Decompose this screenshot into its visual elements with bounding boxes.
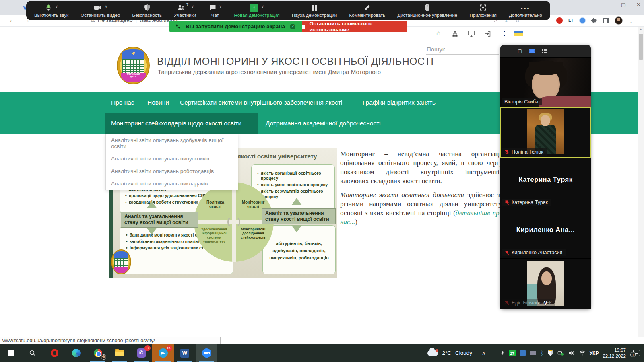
scroll-up-icon[interactable]: ▲ xyxy=(639,27,642,31)
chevron-down-icon[interactable]: ∨ xyxy=(105,4,107,8)
opera-taskbar-icon[interactable] xyxy=(43,344,65,362)
nav-item-schedules[interactable]: Графіки відкритих занять xyxy=(363,92,436,113)
chevron-down-icon[interactable]: ∨ xyxy=(261,4,264,8)
languagetool-icon[interactable]: LT xyxy=(568,18,574,23)
participants-count: 7 xyxy=(186,3,189,7)
ukrainian-flag-icon[interactable] xyxy=(514,31,523,36)
tray-chevron-icon[interactable]: ∧ xyxy=(482,350,486,356)
back-icon[interactable]: ← xyxy=(9,16,16,24)
button-label: Чат xyxy=(211,13,219,18)
nav-item-certificates[interactable]: Сертифікати системи внутрішнього забезпе… xyxy=(180,92,343,113)
network-plug-icon[interactable] xyxy=(557,350,564,356)
video-tile[interactable]: Кириленко Ана... Кириленко Анастасия xyxy=(500,208,591,258)
login-icon[interactable] xyxy=(484,31,491,37)
wifi-icon[interactable] xyxy=(579,350,586,356)
language-indicator[interactable]: УКР xyxy=(590,350,599,356)
security-button[interactable]: Безопасность xyxy=(132,4,162,18)
stop-video-button[interactable]: ∨ Остановить видео xyxy=(80,4,120,18)
apps-button[interactable]: Приложения xyxy=(470,4,497,18)
calendar-tray-icon[interactable]: 27 xyxy=(509,350,516,356)
video-tile[interactable]: Катерина Туряк Катерина Туряк xyxy=(500,158,591,208)
pause-share-button[interactable]: Пауза демонстрации xyxy=(292,4,337,18)
windows-logo-icon xyxy=(8,350,14,356)
button-label: Приложения xyxy=(470,13,497,18)
edge-taskbar-icon[interactable] xyxy=(65,344,87,362)
weather-temperature[interactable]: 2°C xyxy=(442,350,451,356)
icon-separator xyxy=(479,27,479,41)
chevron-down-icon[interactable]: ∨ xyxy=(219,4,222,8)
gallery-view-icon[interactable] xyxy=(542,49,547,54)
extensions-puzzle-icon[interactable] xyxy=(591,18,597,24)
annotate-button[interactable]: Комментировать xyxy=(349,4,386,18)
zoom-taskbar-icon[interactable] xyxy=(196,344,217,362)
article-paragraph-2: Моніторинг якості освітньої діяльності з… xyxy=(340,191,503,227)
participant-name-label: Поліна Телюк xyxy=(502,148,547,156)
adblock-icon[interactable] xyxy=(556,17,563,24)
scrollbar-thumb[interactable] xyxy=(639,34,643,60)
window-close-icon[interactable]: ✕ xyxy=(636,2,641,8)
taskbar-clock[interactable]: 19:07 22.12.2022 xyxy=(603,347,626,359)
screen-share-tray-icon[interactable] xyxy=(490,351,496,355)
weather-description[interactable]: Cloudy xyxy=(455,350,472,356)
refresh-cycle-icon xyxy=(227,216,240,228)
browser-profile-avatar[interactable] xyxy=(615,16,623,25)
warning-icon xyxy=(549,348,553,351)
next-participants-chevron-icon[interactable]: ∨ xyxy=(500,299,591,306)
english-flag-icon[interactable] xyxy=(502,31,510,36)
video-tile[interactable]: Вікторія Скиба xyxy=(500,57,591,107)
chevron-down-icon[interactable]: ∨ xyxy=(55,4,58,8)
search-input[interactable] xyxy=(426,44,499,54)
monitor-icon[interactable] xyxy=(468,31,475,37)
speaker-view-icon[interactable] xyxy=(529,48,535,54)
university-logo[interactable]: Ψ ТАВРІЙСЬКИЙ ДАТУ xyxy=(117,47,150,84)
nav-item-integrity[interactable]: Дотримання академічної доброчесності xyxy=(266,113,381,134)
explorer-taskbar-icon[interactable] xyxy=(109,344,130,362)
window-maximize-icon[interactable]: ▢ xyxy=(621,2,626,8)
nav-item-about[interactable]: Про нас xyxy=(111,92,134,113)
remote-control-button[interactable]: Дистанционное управление xyxy=(397,4,457,18)
dropdown-item-teachers[interactable]: Аналітичні звіти опитувань викладачів xyxy=(106,177,238,190)
word-taskbar-icon[interactable]: W xyxy=(174,344,196,362)
home-icon[interactable]: ⌂ xyxy=(436,29,440,37)
dropdown-item-students[interactable]: Аналітичні звіти опитувань здобувачів ви… xyxy=(106,134,238,152)
chat-button[interactable]: ∨ Чат xyxy=(208,4,222,18)
window-minimize-icon[interactable]: — xyxy=(605,2,611,8)
panel-minimize-icon[interactable]: — xyxy=(506,48,511,54)
dropdown-item-graduates[interactable]: Аналітичні звіти опитувань випускників xyxy=(106,152,238,165)
start-button[interactable] xyxy=(0,344,22,362)
action-center-icon[interactable]: 1 xyxy=(633,350,640,356)
nav-item-news[interactable]: Новини xyxy=(147,92,169,113)
speaker-icon[interactable] xyxy=(568,350,575,356)
mute-button[interactable]: ∨ Выключить звук xyxy=(34,4,68,18)
new-share-button[interactable]: ↑ ∨ Новая демонстрация xyxy=(234,4,279,18)
participants-button[interactable]: 7 ∨ Участники xyxy=(174,4,196,18)
page-subtitle: Таврійський державний агротехнологічний … xyxy=(158,68,381,75)
system-tray: 2°C Cloudy ∧ 27 ᛒ УКР 19:07 22.12.2022 1 xyxy=(427,347,644,359)
share-screen-icon: ↑ xyxy=(250,4,258,12)
side-panel-icon[interactable] xyxy=(603,18,609,23)
blue-extension-icon[interactable] xyxy=(579,17,586,24)
panel-fullscreen-icon[interactable]: ▢ xyxy=(518,48,522,54)
participant-name-label: Катерина Туряк xyxy=(502,199,551,206)
telegram-icon xyxy=(159,348,168,358)
taskbar-search-button[interactable] xyxy=(22,344,43,362)
viber-taskbar-icon[interactable]: ✆8 xyxy=(130,344,152,362)
stop-share-button[interactable]: Остановить совместное использование xyxy=(302,21,407,32)
weather-cloud-icon[interactable] xyxy=(427,350,438,356)
sitemap-icon[interactable] xyxy=(452,31,458,37)
browser-menu-icon[interactable]: ⋮ xyxy=(628,17,634,24)
quadrant-label-2: Моніторинг якості xyxy=(237,200,269,209)
dropdown-item-employers[interactable]: Аналітичні звіти опитувань роботодавців xyxy=(106,165,238,177)
defender-shield-icon[interactable] xyxy=(548,350,553,356)
blue-app-tray-icon[interactable] xyxy=(520,350,526,356)
telegram-taskbar-icon[interactable]: 85 xyxy=(152,344,174,362)
more-button[interactable]: ••• Дополнительно xyxy=(509,4,542,18)
bluetooth-icon[interactable]: ᛒ xyxy=(540,350,544,356)
display-tray-icon[interactable] xyxy=(530,351,536,355)
chrome-taskbar-icon[interactable] xyxy=(87,344,109,362)
nav-item-monitoring-active[interactable]: Моніторинг стейкхолдерів щодо якості осв… xyxy=(105,113,258,134)
mic-tray-icon[interactable] xyxy=(500,350,505,356)
chevron-down-icon[interactable]: ∨ xyxy=(191,4,194,8)
page-scrollbar[interactable]: ▲ xyxy=(638,27,644,337)
video-tile[interactable]: Поліна Телюк xyxy=(500,107,591,158)
